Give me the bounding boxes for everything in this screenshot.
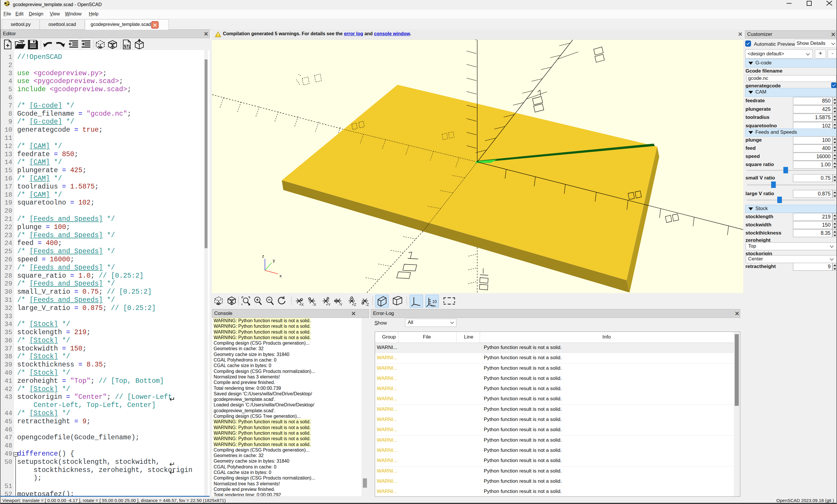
svg-text:-Y: -Y [339, 302, 342, 307]
svg-text:x: x [280, 273, 282, 278]
svg-text:+Z: +Z [352, 302, 356, 307]
svg-text:-X: -X [313, 302, 316, 307]
svg-text:-Z: -Z [366, 302, 369, 307]
svg-text:z: z [262, 253, 264, 258]
svg-text:+X: +X [299, 302, 304, 307]
svg-text:+Y: +Y [326, 302, 331, 307]
svg-text:y: y [273, 258, 275, 263]
svg-text:10: 10 [432, 299, 437, 304]
